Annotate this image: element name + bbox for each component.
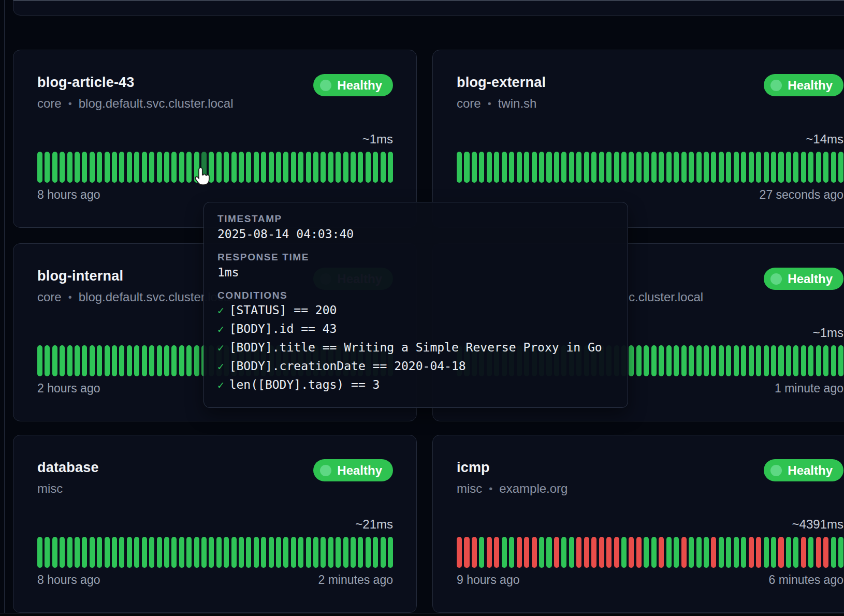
uptime-bar[interactable] [539,152,544,183]
uptime-bar[interactable] [472,152,477,183]
uptime-bar[interactable] [231,537,237,568]
uptime-bar[interactable] [778,537,783,568]
endpoint-card[interactable]: database misc Healthy ~21ms 8 hours ago … [13,435,417,613]
uptime-bar[interactable] [808,537,813,568]
uptime-bar[interactable] [45,345,50,376]
uptime-bar[interactable] [711,345,716,376]
uptime-bar[interactable] [494,537,499,568]
uptime-bar[interactable] [134,345,139,376]
uptime-bar[interactable] [45,537,50,568]
uptime-bar[interactable] [793,152,798,183]
uptime-bar[interactable] [674,537,679,568]
uptime-bar[interactable] [764,345,769,376]
uptime-bar[interactable] [112,152,117,183]
uptime-bar[interactable] [823,152,828,183]
uptime-bar[interactable] [276,537,281,568]
uptime-bar[interactable] [171,345,177,376]
uptime-bar[interactable] [328,537,333,568]
uptime-bar[interactable] [112,345,117,376]
uptime-bar[interactable] [75,537,80,568]
uptime-bar[interactable] [127,345,132,376]
uptime-bar[interactable] [291,152,296,183]
uptime-bar[interactable] [90,152,95,183]
uptime-bar[interactable] [82,152,87,183]
uptime-bar[interactable] [786,345,791,376]
uptime-bar[interactable] [838,537,843,568]
uptime-bar[interactable] [644,152,649,183]
uptime-bar[interactable] [127,537,132,568]
uptime-bar[interactable] [60,345,65,376]
uptime-bar[interactable] [52,152,57,183]
uptime-bar[interactable] [142,345,147,376]
uptime-bar[interactable] [306,152,311,183]
uptime-bar[interactable] [659,152,664,183]
uptime-bar[interactable] [157,537,162,568]
uptime-bar[interactable] [614,537,619,568]
uptime-bar[interactable] [674,152,679,183]
endpoint-card[interactable]: blog-external core • twin.sh Healthy ~14… [432,50,844,228]
uptime-bar[interactable] [60,152,65,183]
uptime-bar[interactable] [816,152,821,183]
uptime-bar[interactable] [60,537,65,568]
uptime-bar[interactable] [749,345,754,376]
uptime-bar[interactable] [793,537,798,568]
uptime-bar[interactable] [90,345,95,376]
uptime-bar[interactable] [801,152,806,183]
uptime-bar[interactable] [674,345,679,376]
uptime-bar[interactable] [808,345,813,376]
uptime-bar[interactable] [494,152,499,183]
uptime-bar[interactable] [164,537,169,568]
uptime-bar[interactable] [823,537,828,568]
uptime-bar[interactable] [689,537,694,568]
uptime-bar[interactable] [599,152,604,183]
uptime-bar[interactable] [97,537,102,568]
uptime-bar[interactable] [321,537,326,568]
uptime-bar[interactable] [681,152,687,183]
uptime-bar[interactable] [194,537,199,568]
uptime-bar[interactable] [313,152,318,183]
uptime-bar[interactable] [209,152,214,183]
uptime-bar[interactable] [831,152,836,183]
uptime-bar[interactable] [532,152,537,183]
uptime-bar[interactable] [142,152,147,183]
uptime-bar[interactable] [756,537,761,568]
uptime-bar[interactable] [179,345,184,376]
uptime-bar[interactable] [186,537,192,568]
uptime-bar[interactable] [119,152,124,183]
uptime-bar[interactable] [726,345,731,376]
uptime-bar[interactable] [216,537,222,568]
uptime-bar[interactable] [696,537,702,568]
uptime-bar[interactable] [644,345,649,376]
uptime-bar[interactable] [105,152,110,183]
uptime-bar[interactable] [561,537,566,568]
uptime-bar[interactable] [704,537,709,568]
uptime-bar[interactable] [771,537,776,568]
uptime-bar[interactable] [457,537,462,568]
uptime-bar[interactable] [388,152,393,183]
uptime-bar[interactable] [134,152,139,183]
uptime-bar[interactable] [786,537,791,568]
uptime-bar[interactable] [696,152,702,183]
uptime-bar[interactable] [509,152,514,183]
uptime-bar[interactable] [472,537,477,568]
uptime-bar[interactable] [546,152,551,183]
uptime-bar[interactable] [313,537,318,568]
uptime-bar[interactable] [261,152,266,183]
uptime-bar[interactable] [269,152,274,183]
uptime-bar[interactable] [651,345,657,376]
uptime-bar[interactable] [164,152,169,183]
uptime-bar[interactable] [45,152,50,183]
uptime-bar[interactable] [816,345,821,376]
uptime-bar[interactable] [734,537,739,568]
uptime-bar[interactable] [629,345,634,376]
uptime-bar[interactable] [517,537,522,568]
uptime-bar[interactable] [629,537,634,568]
uptime-bar[interactable] [201,152,207,183]
uptime-bar[interactable] [539,537,544,568]
uptime-bar[interactable] [524,152,529,183]
uptime-bar[interactable] [97,345,102,376]
uptime-bar[interactable] [306,537,311,568]
uptime-bar[interactable] [157,345,162,376]
uptime-bar[interactable] [157,152,162,183]
uptime-bar[interactable] [816,537,821,568]
